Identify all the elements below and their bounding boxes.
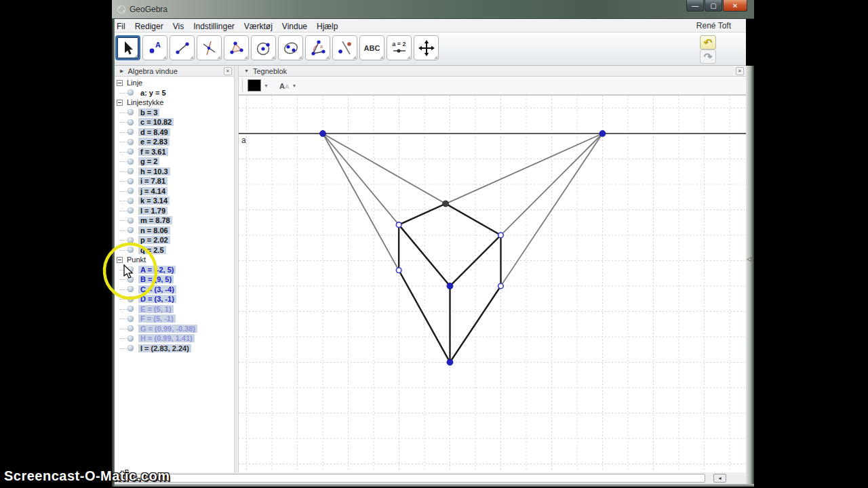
color-swatch[interactable]	[248, 79, 261, 92]
algebra-group-linje[interactable]: Linje	[115, 78, 234, 88]
panel-toggle-icon[interactable]: ▼	[244, 68, 249, 73]
segment-HI[interactable]	[399, 204, 446, 225]
visibility-marble-icon[interactable]	[127, 266, 134, 272]
close-button[interactable]: ✕	[723, 0, 747, 12]
point-D[interactable]	[447, 283, 453, 289]
panel-toggle-icon[interactable]: ▶	[120, 68, 123, 74]
visibility-marble-icon[interactable]	[127, 198, 134, 204]
command-input[interactable]	[118, 474, 705, 483]
visibility-marble-icon[interactable]	[127, 306, 134, 312]
algebra-item[interactable]: H = (0.99, 1.41)	[115, 333, 234, 344]
algebra-panel-header[interactable]: ▶ Algebra vindue ✕	[115, 66, 234, 77]
visibility-marble-icon[interactable]	[127, 178, 134, 184]
menu-item-hjælp[interactable]: Hjælp	[312, 22, 342, 31]
tool-dropdown-icon[interactable]	[407, 52, 410, 59]
tool-dropdown-icon[interactable]	[434, 52, 437, 59]
menu-item-vis[interactable]: Vis	[168, 22, 189, 31]
tool-dropdown-icon[interactable]	[163, 52, 166, 59]
graphics-close-icon[interactable]: ✕	[736, 67, 744, 75]
algebra-item[interactable]: G = (0.99, -0.38)	[115, 324, 234, 334]
toolbar-button-new-point[interactable]: A	[142, 35, 167, 60]
algebra-item[interactable]: g = 2	[115, 157, 234, 167]
toolbar-button-move-canvas[interactable]	[414, 35, 439, 60]
tool-dropdown-icon[interactable]	[326, 52, 329, 59]
visibility-marble-icon[interactable]	[127, 277, 134, 283]
algebra-item[interactable]: b = 3	[115, 108, 234, 118]
redo-icon[interactable]: ↷	[700, 49, 716, 64]
segment-DH[interactable]	[399, 225, 450, 286]
point-G[interactable]	[396, 268, 401, 273]
point-E[interactable]	[498, 232, 504, 238]
collapse-icon[interactable]	[117, 100, 123, 106]
visibility-marble-icon[interactable]	[127, 296, 134, 302]
visibility-marble-icon[interactable]	[127, 89, 134, 96]
segment-EI[interactable]	[446, 204, 500, 236]
algebra-item[interactable]: A = (-2, 5)	[115, 265, 234, 275]
algebra-close-icon[interactable]: ✕	[224, 67, 232, 75]
toolbar-button-angle[interactable]: a	[305, 35, 330, 60]
visibility-marble-icon[interactable]	[127, 227, 134, 233]
menu-item-vindue[interactable]: Vindue	[277, 22, 312, 31]
visibility-marble-icon[interactable]	[127, 325, 134, 331]
visibility-marble-icon[interactable]	[127, 159, 134, 165]
visibility-marble-icon[interactable]	[127, 336, 134, 342]
visibility-marble-icon[interactable]	[127, 237, 134, 243]
visibility-marble-icon[interactable]	[127, 218, 134, 224]
tool-dropdown-icon[interactable]	[134, 51, 138, 58]
visibility-marble-icon[interactable]	[127, 316, 134, 322]
algebra-item[interactable]: n = 8.06	[115, 226, 234, 236]
visibility-marble-icon[interactable]	[127, 109, 134, 115]
algebra-item[interactable]: d = 8.49	[115, 127, 234, 138]
tool-dropdown-icon[interactable]	[271, 52, 275, 59]
algebra-item[interactable]: q = 2.5	[115, 245, 234, 256]
algebra-group-punkt[interactable]: Punkt	[115, 255, 234, 265]
collapse-icon[interactable]	[117, 80, 123, 86]
algebra-item[interactable]: m = 8.78	[115, 216, 234, 226]
tool-dropdown-icon[interactable]	[353, 52, 356, 59]
segment-GC[interactable]	[399, 270, 450, 363]
algebra-item[interactable]: c = 10.82	[115, 117, 234, 127]
input-help-toggle[interactable]: ◂	[713, 474, 726, 483]
toolbar-button-slider[interactable]: a = 2	[387, 35, 412, 60]
algebra-item[interactable]: a: y = 5	[115, 88, 234, 98]
point-B[interactable]	[599, 131, 606, 137]
menu-item-rediger[interactable]: Rediger	[130, 22, 168, 31]
toolbar-button-reflect[interactable]	[332, 35, 357, 60]
point-F[interactable]	[498, 283, 504, 289]
graphics-panel-header[interactable]: ▼ Tegneblok ✕	[239, 66, 746, 77]
point-H[interactable]	[396, 222, 401, 228]
panel-splitter[interactable]	[234, 66, 239, 472]
menu-item-værktøj[interactable]: Værktøj	[239, 22, 277, 31]
toolbar-button-line-two-points[interactable]	[170, 35, 195, 60]
algebra-item[interactable]: I = (2.83, 2.24)	[115, 344, 234, 354]
toolbar-button-move-cursor[interactable]	[115, 35, 140, 60]
visibility-marble-icon[interactable]	[127, 345, 134, 351]
tool-dropdown-icon[interactable]	[380, 52, 383, 59]
algebra-item[interactable]: h = 10.3	[115, 167, 234, 177]
algebra-group-linjestykke[interactable]: Linjestykke	[115, 98, 234, 108]
visibility-marble-icon[interactable]	[127, 129, 134, 135]
title-bar[interactable]: GeoGebra — ▢ ✕	[112, 0, 754, 19]
algebra-item[interactable]: j = 4.14	[115, 186, 234, 197]
toolbar-button-polygon[interactable]	[224, 35, 249, 60]
visibility-marble-icon[interactable]	[127, 188, 134, 194]
collapse-panel-icon[interactable]: ◁	[747, 256, 751, 262]
tool-dropdown-icon[interactable]	[298, 52, 302, 59]
algebra-item[interactable]: l = 1.79	[115, 206, 234, 216]
algebra-item[interactable]: C = (3, -4)	[115, 285, 234, 295]
toolbar-button-conic[interactable]	[278, 35, 303, 60]
algebra-item[interactable]: k = 3.14	[115, 196, 234, 206]
undo-icon[interactable]: ↶	[700, 35, 716, 49]
graphics-canvas[interactable]: a	[239, 95, 746, 471]
tool-dropdown-icon[interactable]	[217, 52, 220, 59]
toolbar-button-circle-center-point[interactable]	[251, 35, 276, 60]
point-C[interactable]	[447, 359, 453, 365]
text-size-control[interactable]: AA	[279, 79, 289, 92]
algebra-item[interactable]: p = 2.02	[115, 235, 234, 245]
toolbar-button-text[interactable]: ABC	[359, 35, 384, 60]
menu-item-fil[interactable]: Fil	[112, 22, 130, 31]
visibility-marble-icon[interactable]	[127, 207, 134, 214]
menu-item-indstillinger[interactable]: Indstillinger	[189, 22, 239, 31]
visibility-marble-icon[interactable]	[127, 139, 134, 145]
algebra-item[interactable]: D = (3, -1)	[115, 294, 234, 304]
